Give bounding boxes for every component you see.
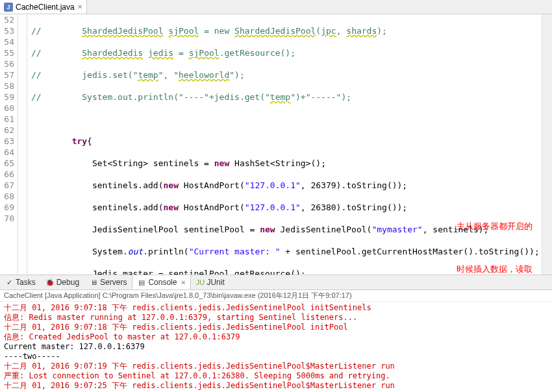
console-line: 十二月 01, 2016 9:07:18 下午 redis.clients.je… — [4, 323, 548, 332]
console-line: 严重: Lost connection to Sentinel at 127.0… — [4, 371, 548, 381]
debug-icon: 🐞 — [45, 278, 55, 287]
code-editor[interactable]: 52535455565758596061626364656667686970 /… — [0, 14, 552, 275]
views-tab-bar: ✓ Tasks 🐞 Debug 🖥 Servers ▤ Console ✕ JU… — [0, 275, 552, 290]
console-line: ----two----- — [4, 352, 548, 361]
tab-tasks[interactable]: ✓ Tasks — [0, 275, 41, 289]
junit-icon: JU — [195, 278, 205, 287]
tab-junit[interactable]: JU JUnit — [191, 275, 229, 289]
tab-filename: CacheClient.java — [16, 3, 75, 12]
console-line: 十二月 01, 2016 9:07:25 下午 redis.clients.je… — [4, 381, 548, 391]
console-icon: ▤ — [137, 278, 146, 287]
close-icon[interactable]: ✕ — [77, 3, 82, 10]
tab-servers[interactable]: 🖥 Servers — [84, 275, 132, 289]
servers-icon: 🖥 — [89, 278, 98, 287]
close-icon[interactable]: ✕ — [181, 279, 186, 286]
vertical-scrollbar[interactable] — [542, 14, 552, 275]
marker-gutter — [18, 14, 27, 275]
tasks-icon: ✓ — [5, 278, 14, 287]
editor-tab-bar: J CacheClient.java ✕ — [0, 0, 552, 14]
tab-console[interactable]: ▤ Console ✕ — [132, 275, 191, 289]
code-content[interactable]: // ShardedJedisPool sjPool = new Sharded… — [27, 14, 542, 275]
console-output[interactable]: 十二月 01, 2016 9:07:18 下午 redis.clients.je… — [0, 302, 552, 392]
console-line: 十二月 01, 2016 9:07:18 下午 redis.clients.je… — [4, 303, 548, 313]
tab-debug[interactable]: 🐞 Debug — [41, 275, 84, 289]
annotation-note: 主从服务器都开启的 时候插入数据，读取 数据都没问题 — [457, 191, 533, 275]
console-line: 十二月 01, 2016 9:07:19 下午 redis.clients.je… — [4, 361, 548, 371]
console-process-label: CacheClient [Java Application] C:\Progra… — [0, 290, 552, 302]
java-file-icon: J — [4, 3, 13, 12]
console-line: 信息: Redis master running at 127.0.0.1:63… — [4, 313, 548, 323]
console-line: 信息: Created JedisPool to master at 127.0… — [4, 332, 548, 342]
tab-cacheclient[interactable]: J CacheClient.java ✕ — [0, 0, 87, 14]
line-number-gutter: 52535455565758596061626364656667686970 — [0, 14, 18, 275]
console-line: Current master: 127.0.0.1:6379 — [4, 342, 548, 352]
